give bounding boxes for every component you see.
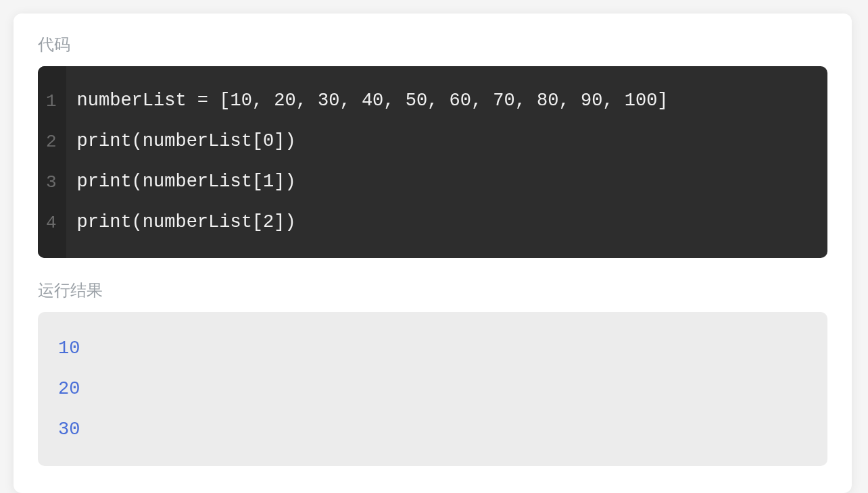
line-number-gutter: 1 2 3 4 [38, 66, 66, 258]
code-block[interactable]: 1 2 3 4 numberList = [10, 20, 30, 40, 50… [38, 66, 827, 258]
line-number: 1 [46, 81, 57, 122]
output-section-label: 运行结果 [38, 280, 827, 301]
line-number: 4 [46, 203, 57, 243]
code-line: numberList = [10, 20, 30, 40, 50, 60, 70… [77, 81, 817, 122]
line-number: 2 [46, 122, 57, 162]
code-line: print(numberList[1]) [77, 162, 817, 203]
line-number: 3 [46, 162, 57, 203]
code-example-card: 代码 1 2 3 4 numberList = [10, 20, 30, 40,… [14, 14, 852, 493]
output-line: 10 [58, 328, 807, 369]
code-section-label: 代码 [38, 34, 827, 55]
code-line: print(numberList[2]) [77, 203, 817, 243]
output-line: 20 [58, 369, 807, 409]
code-content[interactable]: numberList = [10, 20, 30, 40, 50, 60, 70… [66, 66, 827, 258]
output-line: 30 [58, 409, 807, 450]
output-block: 10 20 30 [38, 312, 827, 466]
code-line: print(numberList[0]) [77, 122, 817, 162]
